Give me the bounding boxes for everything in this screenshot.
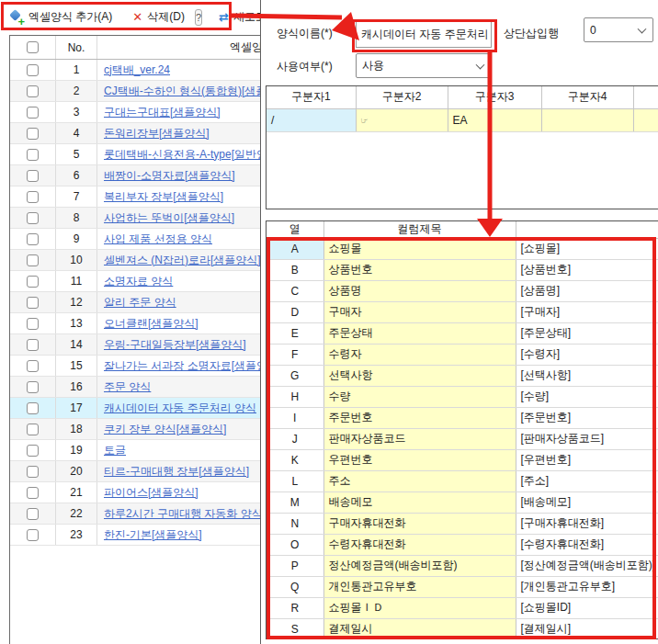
column-title-cell[interactable]: 판매자상품코드	[323, 428, 516, 449]
form-name-link[interactable]: 한진-기본[샘플양식]	[104, 528, 202, 541]
column-title-cell[interactable]: 상품명	[323, 280, 516, 301]
row-checkbox[interactable]	[27, 170, 39, 182]
delimiter-cell[interactable]: EA	[448, 108, 541, 131]
row-checkbox[interactable]	[27, 128, 39, 140]
row-checkbox[interactable]	[27, 212, 39, 224]
form-name-link[interactable]: 쿠키 장부 양식[샘플양식]	[104, 423, 226, 435]
column-title-cell[interactable]: 선택사항	[323, 365, 516, 386]
row-checkbox[interactable]	[27, 424, 39, 435]
column-title-cell[interactable]: 주문번호	[323, 407, 516, 428]
column-letter-cell[interactable]: I	[267, 407, 323, 428]
column-title-cell[interactable]: 수령자휴대전화	[323, 534, 516, 555]
column-field-cell[interactable]: [쇼핑몰]	[516, 238, 658, 259]
row-checkbox[interactable]	[27, 508, 39, 520]
column-letter-cell[interactable]: Q	[267, 576, 323, 597]
form-name-link[interactable]: 알리 주문 양식	[104, 296, 176, 309]
column-field-cell[interactable]: [개인통관고유부호]	[516, 576, 658, 597]
column-letter-cell[interactable]: P	[267, 555, 323, 576]
column-field-cell[interactable]: [구매자휴대전화]	[516, 513, 658, 534]
form-name-link[interactable]: 우링-구대일등장부[샘플양식]	[104, 338, 246, 351]
form-name-link[interactable]: 배짱이-소명자료[샘플양식]	[104, 169, 235, 182]
column-letter-cell[interactable]: O	[267, 534, 323, 555]
column-field-cell[interactable]: [구매자]	[516, 301, 658, 322]
column-letter-cell[interactable]: E	[267, 322, 323, 344]
form-name-link[interactable]: 파이어스[샘플양식]	[104, 486, 199, 499]
column-title-cell[interactable]: 주문상태	[323, 322, 516, 344]
column-letter-cell[interactable]: D	[267, 301, 323, 322]
row-checkbox[interactable]	[27, 233, 39, 245]
column-field-cell[interactable]: [쇼핑몰ID]	[516, 597, 658, 618]
column-title-cell[interactable]: 구매자휴대전화	[323, 513, 516, 534]
column-field-cell[interactable]: [수령자]	[516, 344, 658, 365]
form-name-input[interactable]: 캐시데이터 자동 주문처리 양식	[356, 21, 492, 48]
form-name-link[interactable]: 잘나가는 서과장 소명자료[샘플양식]	[104, 359, 260, 372]
form-name-link[interactable]: 구대는구대표[샘플양식]	[104, 106, 221, 119]
row-checkbox[interactable]	[27, 107, 39, 119]
form-name-link[interactable]: cj택배_ver.24	[104, 63, 170, 76]
column-field-cell[interactable]: [수량]	[516, 386, 658, 407]
column-title-cell[interactable]: 개인통관고유부호	[323, 576, 516, 597]
delimiter-cell[interactable]	[633, 108, 658, 131]
row-checkbox[interactable]	[27, 276, 39, 288]
form-name-link[interactable]: CJ택배-수하인 형식(통합형)[샘플양식]	[104, 85, 260, 97]
column-letter-cell[interactable]: L	[267, 470, 323, 491]
column-letter-cell[interactable]: G	[267, 365, 323, 386]
delimiter-cell[interactable]	[541, 108, 633, 131]
use-flag-select[interactable]: 사용	[356, 53, 492, 78]
column-field-cell[interactable]: [정산예정금액(배송비포함)]	[516, 555, 658, 576]
form-name-link[interactable]: 셀벤져스 (N잡러)로라[샘플양식]	[104, 254, 260, 266]
add-excel-form-button[interactable]: + 엑셀양식 추가(A)	[6, 6, 116, 28]
column-title-cell[interactable]: 주소	[323, 470, 516, 491]
column-title-cell[interactable]: 쇼핑몰	[323, 238, 516, 259]
form-name-link[interactable]: 토글	[104, 444, 126, 457]
column-letter-cell[interactable]: R	[267, 597, 323, 618]
column-letter-cell[interactable]: H	[267, 386, 323, 407]
column-field-cell[interactable]: [결제일시]	[516, 618, 658, 639]
column-letter-cell[interactable]: A	[267, 238, 323, 259]
form-name-link[interactable]: 하루2시간 구매대행 자동화 양식	[104, 507, 260, 520]
column-title-cell[interactable]: 우편번호	[323, 449, 516, 470]
row-checkbox[interactable]	[27, 360, 39, 372]
row-checkbox[interactable]	[27, 381, 39, 393]
row-checkbox[interactable]	[27, 445, 39, 457]
column-field-cell[interactable]: [수령자휴대전화]	[516, 534, 658, 555]
row-checkbox[interactable]	[27, 297, 39, 309]
row-checkbox[interactable]	[27, 466, 39, 478]
row-checkbox[interactable]	[27, 339, 39, 351]
form-name-link[interactable]: 복리부자 장부[샘플양식]	[104, 190, 223, 203]
delimiter-cell[interactable]: ☞	[356, 108, 448, 131]
delete-button[interactable]: ✕ 삭제(D)	[129, 6, 188, 28]
column-title-cell[interactable]: 수령자	[323, 344, 516, 365]
help-button[interactable]: ?	[195, 9, 202, 26]
column-field-cell[interactable]: [판매자상품코드]	[516, 428, 658, 449]
row-checkbox[interactable]	[27, 64, 39, 76]
column-letter-cell[interactable]: N	[267, 513, 323, 534]
column-title-cell[interactable]: 구매자	[323, 301, 516, 322]
column-title-cell[interactable]: 결제일시	[323, 618, 516, 639]
row-checkbox[interactable]	[27, 191, 39, 203]
column-field-cell[interactable]: [선택사항]	[516, 365, 658, 386]
row-checkbox[interactable]	[27, 318, 39, 330]
column-title-cell[interactable]: 배송메모	[323, 491, 516, 513]
form-name-link[interactable]: 캐시데이터 자동 주문처리 양식	[104, 401, 256, 414]
form-name-link[interactable]: 사업하는 뚜벅이[샘플양식]	[104, 211, 234, 224]
form-name-link[interactable]: 돈워리장부[샘플양식]	[104, 127, 210, 140]
column-field-cell[interactable]: [상품번호]	[516, 259, 658, 280]
column-title-cell[interactable]: 수량	[323, 386, 516, 407]
column-letter-cell[interactable]: S	[267, 618, 323, 639]
form-name-link[interactable]: 주문 양식	[104, 380, 151, 393]
column-title-cell[interactable]: 상품번호	[323, 259, 516, 280]
column-field-cell[interactable]: [주문상태]	[516, 322, 658, 344]
form-name-link[interactable]: 롯데택배-신용전용-A-type[일반양식]	[104, 148, 260, 161]
row-checkbox[interactable]	[27, 402, 39, 414]
form-name-link[interactable]: 사입 제품 선정용 양식	[104, 232, 212, 245]
column-field-cell[interactable]: [주소]	[516, 470, 658, 491]
row-checkbox[interactable]	[27, 149, 39, 161]
form-name-link[interactable]: 티르-구매대행 장부[샘플양식]	[104, 465, 249, 478]
row-checkbox[interactable]	[27, 529, 39, 541]
top-insert-row-select[interactable]: 0	[584, 17, 653, 42]
form-name-link[interactable]: 소명자료 양식	[104, 275, 173, 288]
column-field-cell[interactable]: [배송메모]	[516, 491, 658, 513]
column-letter-cell[interactable]: F	[267, 344, 323, 365]
column-field-cell[interactable]: [주문번호]	[516, 407, 658, 428]
